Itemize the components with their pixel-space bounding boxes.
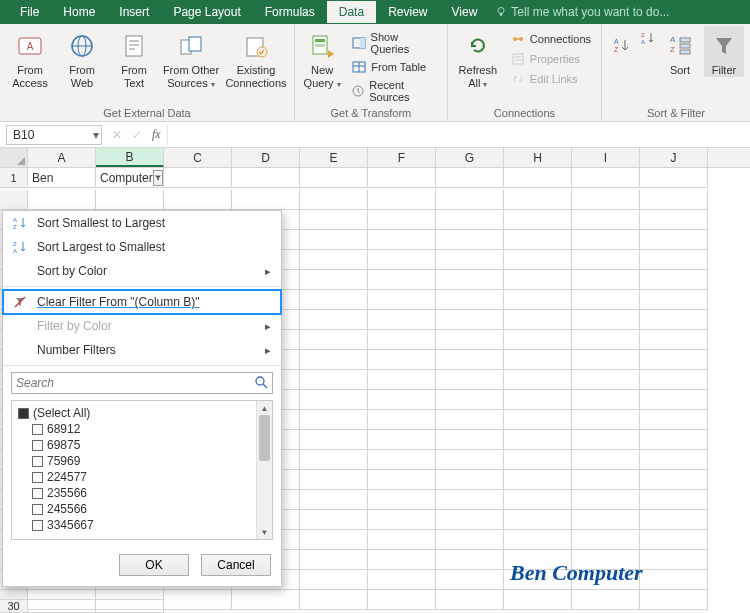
cell[interactable]	[504, 430, 572, 450]
tab-data[interactable]: Data	[327, 1, 376, 23]
cell[interactable]	[504, 190, 572, 210]
cell[interactable]	[504, 590, 572, 610]
cell[interactable]	[368, 530, 436, 550]
cell[interactable]	[368, 370, 436, 390]
name-box[interactable]: B10▾	[6, 125, 102, 145]
formula-bar[interactable]	[167, 125, 750, 145]
cell[interactable]	[368, 168, 436, 188]
cell[interactable]	[436, 530, 504, 550]
existing-connections-button[interactable]: Existing Connections	[224, 26, 288, 89]
tell-me-search[interactable]: Tell me what you want to do...	[495, 5, 669, 19]
cell[interactable]	[640, 570, 708, 590]
list-item[interactable]: 75969	[18, 453, 250, 469]
cell[interactable]	[436, 410, 504, 430]
cell[interactable]	[640, 510, 708, 530]
cell[interactable]	[300, 190, 368, 210]
cell[interactable]	[640, 550, 708, 570]
cell[interactable]	[368, 570, 436, 590]
cell[interactable]	[504, 510, 572, 530]
cell[interactable]	[572, 450, 640, 470]
cell[interactable]	[368, 410, 436, 430]
connections-button[interactable]: Connections	[506, 30, 595, 48]
cell[interactable]	[300, 430, 368, 450]
tab-review[interactable]: Review	[376, 1, 439, 23]
cell[interactable]	[300, 450, 368, 470]
col-header[interactable]: E	[300, 148, 368, 167]
cell[interactable]	[572, 390, 640, 410]
cell[interactable]: Ben	[28, 168, 96, 188]
cell[interactable]	[368, 250, 436, 270]
cell[interactable]	[96, 599, 164, 613]
cell[interactable]	[436, 330, 504, 350]
cell[interactable]	[572, 490, 640, 510]
cell[interactable]	[640, 350, 708, 370]
cell[interactable]	[300, 168, 368, 188]
col-header[interactable]: A	[28, 148, 96, 167]
tab-insert[interactable]: Insert	[107, 1, 161, 23]
cell[interactable]	[504, 210, 572, 230]
cell[interactable]	[164, 168, 232, 188]
cell[interactable]	[436, 270, 504, 290]
cell[interactable]	[368, 550, 436, 570]
tab-formulas[interactable]: Formulas	[253, 1, 327, 23]
cell[interactable]	[300, 410, 368, 430]
cell[interactable]	[300, 230, 368, 250]
new-query-button[interactable]: New Query ▾	[301, 26, 343, 89]
cell[interactable]	[640, 450, 708, 470]
from-access-button[interactable]: A From Access	[6, 26, 54, 89]
cell[interactable]	[572, 230, 640, 250]
cell[interactable]	[504, 168, 572, 188]
cell[interactable]	[572, 410, 640, 430]
cell[interactable]	[572, 330, 640, 350]
from-table-button[interactable]: From Table	[347, 58, 441, 76]
tab-home[interactable]: Home	[51, 1, 107, 23]
cell[interactable]	[504, 490, 572, 510]
cell[interactable]	[640, 290, 708, 310]
cell[interactable]	[640, 210, 708, 230]
list-item[interactable]: 68912	[18, 421, 250, 437]
col-header[interactable]: J	[640, 148, 708, 167]
cell[interactable]	[368, 430, 436, 450]
cell[interactable]	[436, 450, 504, 470]
list-item[interactable]: 69875	[18, 437, 250, 453]
cell[interactable]	[368, 390, 436, 410]
cell[interactable]	[436, 310, 504, 330]
cell[interactable]	[232, 190, 300, 210]
cell[interactable]	[368, 490, 436, 510]
cell[interactable]	[504, 230, 572, 250]
cell[interactable]	[572, 430, 640, 450]
cell[interactable]	[436, 190, 504, 210]
list-item[interactable]: (Select All)	[18, 405, 250, 421]
cell[interactable]	[368, 230, 436, 250]
cell[interactable]	[368, 330, 436, 350]
cell[interactable]	[572, 190, 640, 210]
cell[interactable]	[572, 510, 640, 530]
cell[interactable]	[436, 570, 504, 590]
list-item[interactable]: 3345667	[18, 517, 250, 533]
cell[interactable]: Computer	[96, 168, 164, 188]
cell[interactable]	[436, 510, 504, 530]
sort-button[interactable]: AZ Sort	[660, 26, 700, 77]
filter-values-list[interactable]: (Select All) 68912 69875 75969 224577 23…	[12, 401, 256, 539]
scroll-thumb[interactable]	[259, 415, 270, 461]
col-header[interactable]: G	[436, 148, 504, 167]
cell[interactable]	[300, 530, 368, 550]
cell[interactable]	[300, 390, 368, 410]
cell[interactable]	[300, 570, 368, 590]
sort-desc-item[interactable]: ZA Sort Largest to Smallest	[3, 235, 281, 259]
number-filters-item[interactable]: Number Filters	[3, 338, 281, 362]
col-header[interactable]: B	[96, 148, 164, 167]
list-item[interactable]: 224577	[18, 469, 250, 485]
cell[interactable]	[572, 210, 640, 230]
sort-by-color-item[interactable]: Sort by Color	[3, 259, 281, 283]
cell[interactable]	[504, 530, 572, 550]
filter-button[interactable]: Filter	[704, 26, 744, 77]
cell[interactable]	[164, 590, 232, 610]
sort-za-ribbon-button[interactable]: ZA	[640, 30, 656, 46]
cell[interactable]	[436, 550, 504, 570]
cell[interactable]	[640, 370, 708, 390]
cell[interactable]	[436, 470, 504, 490]
cell[interactable]	[504, 450, 572, 470]
col-header[interactable]: I	[572, 148, 640, 167]
cell[interactable]	[640, 410, 708, 430]
